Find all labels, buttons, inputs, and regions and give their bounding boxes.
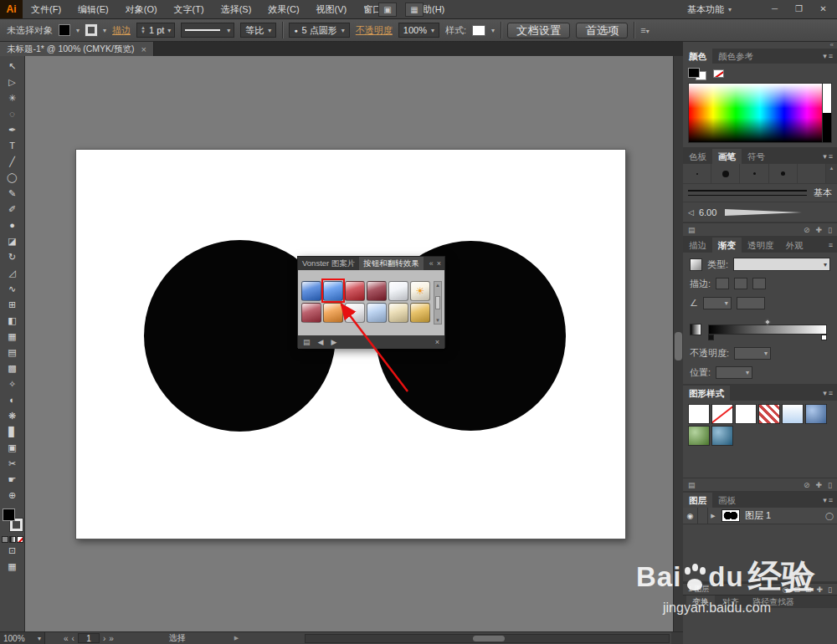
color-spectrum[interactable] [688, 83, 832, 143]
next-library-icon[interactable]: ▶ [331, 338, 336, 346]
graphic-style-gradient[interactable] [782, 404, 804, 424]
stroke-width-field[interactable]: ▲▼ 1 pt ▾ [136, 23, 175, 38]
brush-libraries-icon[interactable]: ▤ [688, 226, 696, 234]
style-swatch[interactable] [472, 25, 485, 36]
menu-view[interactable]: 视图(V) [308, 0, 356, 18]
stroke-color-swatch[interactable] [85, 24, 97, 36]
zoom-level-select[interactable]: 100% ▾ [0, 632, 45, 644]
tab-graphic-styles[interactable]: 图形样式 [683, 386, 730, 401]
stroke-style-select[interactable]: ▾ [181, 23, 234, 38]
gradient-stop-black[interactable] [708, 335, 714, 340]
tool-magic-wand[interactable]: ✳ [1, 90, 24, 106]
tab-stroke[interactable]: 描边 [683, 238, 712, 253]
tool-type[interactable]: T [1, 138, 24, 154]
prev-library-icon[interactable]: ◀ [318, 338, 324, 346]
draw-mode-button[interactable]: ⊡ [1, 543, 24, 559]
fill-color-swatch[interactable] [59, 24, 70, 36]
stepper-icon[interactable]: ▲▼ [141, 26, 146, 34]
tab-gradient[interactable]: 渐变 [712, 238, 742, 253]
panel-menu-icon[interactable]: ▾≡ [823, 52, 837, 60]
close-button[interactable]: ✕ [811, 0, 835, 18]
tool-rotate[interactable]: ↻ [1, 249, 24, 265]
none-color-swatch[interactable] [713, 69, 724, 78]
tool-scale[interactable]: ◿ [1, 265, 24, 281]
symbol-tan-button[interactable] [388, 303, 408, 323]
panel-menu-icon[interactable]: ▾≡ [823, 389, 837, 397]
first-artboard-icon[interactable]: « [64, 634, 69, 643]
opacity-panel-link[interactable]: 不透明度 [356, 24, 393, 37]
graphic-style-green-texture[interactable] [688, 426, 710, 446]
fill-dropdown-icon[interactable]: ▾ [76, 27, 80, 34]
panel-scrollbar[interactable]: ▲ ▼ [434, 281, 442, 325]
gradient-stop-white[interactable] [821, 335, 827, 340]
none-mode-button[interactable] [17, 536, 23, 543]
tool-line-segment[interactable]: ╱ [1, 154, 24, 170]
symbol-white-button[interactable] [388, 281, 408, 301]
tab-transparency[interactable]: 透明度 [742, 238, 780, 253]
symbol-skyblue-button[interactable] [367, 303, 387, 323]
tool-selection[interactable]: ↖ [1, 59, 24, 74]
graphic-style-default[interactable] [688, 404, 710, 424]
symbol-blue-button[interactable] [301, 281, 321, 301]
document-tab[interactable]: 未标题-1* @ 100% (CMYK/预览) × [0, 42, 154, 56]
stroke-gradient-within-button[interactable] [716, 278, 729, 289]
tab-color[interactable]: 颜色 [683, 49, 712, 64]
scrollbar-thumb[interactable] [435, 296, 440, 309]
fill-stroke-chips[interactable] [688, 68, 706, 80]
library-menu-icon[interactable]: ▤ [303, 338, 311, 346]
status-expand-icon[interactable]: ▶ [234, 635, 239, 641]
panel-menu-icon[interactable]: ▾≡ [823, 496, 837, 504]
screen-mode-button[interactable]: ▦ [1, 559, 24, 575]
tool-ellipse[interactable]: ◯ [1, 170, 24, 186]
tool-hand[interactable]: ☛ [1, 472, 24, 488]
tool-blob-brush[interactable]: ● [1, 217, 24, 233]
style-libraries-icon[interactable]: ▤ [688, 481, 696, 489]
symbol-gold-button[interactable] [410, 303, 430, 323]
layer-name[interactable]: 图层 1 [743, 509, 822, 522]
stroke-gradient-along-button[interactable] [734, 278, 747, 289]
visibility-eye-icon[interactable]: ◉ [683, 508, 698, 524]
brush-empty-slot[interactable] [798, 164, 826, 183]
gradient-aspect-field[interactable] [737, 297, 765, 309]
tool-direct-selection[interactable]: ▷ [1, 74, 24, 90]
symbol-maroon-button[interactable] [367, 281, 387, 301]
tool-column-graph[interactable]: ▊ [1, 424, 24, 440]
brush-basic-row[interactable]: 基本 [683, 184, 837, 202]
brush-6pt-row[interactable]: ◁ 6.00 [683, 202, 837, 222]
opacity-field[interactable]: 100% ▾ [398, 23, 439, 38]
menu-effect[interactable]: 效果(C) [259, 0, 307, 18]
tool-artboard[interactable]: ▣ [1, 440, 24, 456]
tool-shape-builder[interactable]: ◧ [1, 313, 24, 329]
graphic-style-white[interactable] [735, 404, 757, 424]
tab-appearance[interactable]: 外观 [780, 238, 809, 253]
gradient-location-field[interactable]: ▾ [716, 366, 752, 379]
tab-artboards[interactable]: 画板 [712, 493, 742, 508]
gradient-angle-field[interactable]: ▾ [703, 297, 732, 309]
menu-type[interactable]: 文字(T) [166, 0, 213, 18]
tool-eyedropper[interactable]: ✧ [1, 376, 24, 392]
control-panel-menu-icon[interactable]: ≡▾ [640, 25, 649, 35]
tool-zoom[interactable]: ⊕ [1, 488, 24, 503]
brush-3pt-round[interactable] [740, 164, 768, 183]
stroke-gradient-across-button[interactable] [752, 278, 766, 289]
canvas[interactable]: Vonster 图案片 按钮和翻转效果 « × ☀ [25, 56, 673, 631]
next-artboard-icon[interactable]: › [103, 634, 105, 643]
gradient-midpoint[interactable] [764, 319, 771, 325]
white-black-ramp[interactable] [822, 84, 831, 142]
menu-select[interactable]: 选择(S) [213, 0, 260, 18]
width-profile-select[interactable]: 等比 ▾ [240, 23, 276, 38]
fill-stroke-indicator[interactable] [3, 509, 23, 531]
tool-pencil[interactable]: ✐ [1, 202, 24, 217]
expand-arrow-icon[interactable]: ▶ [708, 513, 718, 519]
new-layer-icon[interactable]: ✚ [817, 585, 824, 594]
tool-symbol-sprayer[interactable]: ❋ [1, 408, 24, 424]
tab-buttons-rollovers[interactable]: 按钮和翻转效果 [359, 257, 424, 270]
panel-menu-icon[interactable]: ≡ [829, 241, 837, 249]
tool-width[interactable]: ∿ [1, 281, 24, 297]
brush-4pt-round[interactable] [769, 164, 798, 183]
fill-color-control[interactable] [3, 509, 15, 521]
vertical-scrollbar[interactable] [673, 56, 683, 631]
last-artboard-icon[interactable]: » [109, 634, 114, 643]
gradient-thumbnail[interactable] [690, 258, 702, 271]
minimize-button[interactable]: ─ [763, 0, 787, 18]
